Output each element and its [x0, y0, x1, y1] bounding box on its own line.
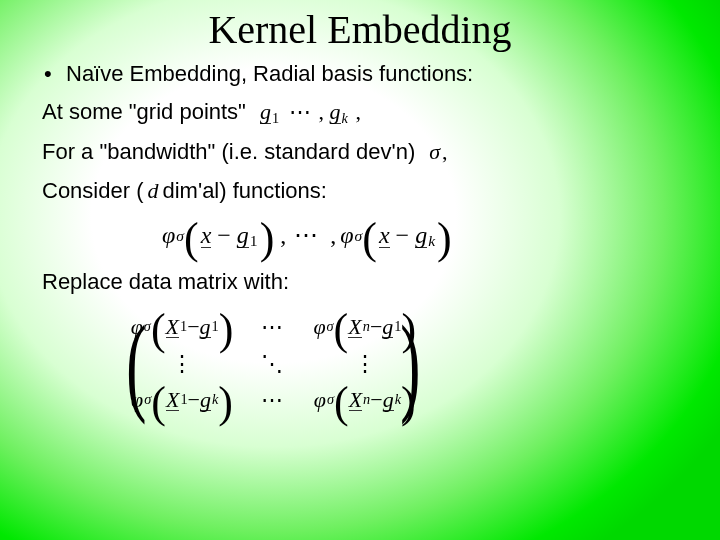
- var-d: d: [147, 179, 158, 203]
- matrix-grid: φσ ( X1 − g1 ) ⋯ φσ ( Xn − g1 ) ⋮: [131, 308, 416, 418]
- slide-title: Kernel Embedding: [0, 6, 720, 53]
- math-sigma: σ,: [429, 140, 447, 164]
- comma: ,: [278, 222, 286, 248]
- comma: ,: [317, 99, 325, 124]
- slide: Kernel Embedding Naïve Embedding, Radial…: [0, 0, 720, 540]
- matrix-rparen-icon: ): [400, 309, 420, 419]
- comma: ,: [440, 139, 448, 164]
- lparen-icon: (: [362, 220, 377, 257]
- sub-1: 1: [271, 110, 279, 126]
- lparen-icon: (: [184, 220, 199, 257]
- text: dim'al) functions:: [162, 179, 326, 203]
- matrix-ddots-icon: ⋱: [261, 356, 285, 371]
- rparen-icon: ): [260, 220, 275, 257]
- slide-body: Naïve Embedding, Radial basis functions:…: [42, 62, 690, 419]
- comma: ,: [353, 99, 361, 124]
- var-x: x: [201, 222, 212, 248]
- matrix: ( φσ ( X1 − g1 ) ⋯ φσ ( Xn − g1: [118, 308, 690, 418]
- var-g: g: [237, 222, 249, 248]
- text: Naïve Embedding, Radial basis functions:: [66, 62, 473, 86]
- text: For a "bandwidth" (i.e. standard dev'n): [42, 140, 415, 164]
- math-g1-gk: g1 ⋯, gk ,: [260, 100, 361, 126]
- sub-sigma: σ: [354, 227, 363, 244]
- line-consider: Consider (d dim'al) functions:: [42, 179, 690, 203]
- phi-term-k: φσ ( x − gk ): [340, 217, 451, 254]
- text: Replace data matrix with:: [42, 270, 289, 294]
- var-x: x: [379, 222, 390, 248]
- matrix-vdots-icon: ⋮: [354, 356, 376, 371]
- matrix-hdots-icon: ⋯: [257, 388, 289, 412]
- sub-k: k: [341, 110, 348, 126]
- var-sigma: σ: [429, 139, 440, 164]
- var-phi: φ: [162, 222, 175, 248]
- comma: ,: [328, 222, 336, 248]
- dots-icon: ⋯: [290, 222, 324, 248]
- line-grid-points: At some "grid points" g1 ⋯, gk ,: [42, 100, 690, 126]
- phi-function-list: φσ ( x − g1 ) , ⋯ , φσ ( x − gk: [162, 217, 690, 254]
- sub-1: 1: [249, 232, 258, 249]
- line-replace: Replace data matrix with:: [42, 270, 690, 294]
- var-g: g: [330, 99, 341, 124]
- var-g: g: [415, 222, 427, 248]
- phi-term-1: φσ ( x − g1 ): [162, 217, 274, 254]
- text: Consider (: [42, 179, 143, 203]
- line-bandwidth: For a "bandwidth" (i.e. standard dev'n) …: [42, 140, 690, 164]
- var-g: g: [260, 99, 271, 124]
- var-phi: φ: [340, 222, 353, 248]
- rparen-icon: ): [437, 220, 452, 257]
- sub-k: k: [427, 232, 435, 249]
- dots-icon: ⋯: [285, 99, 317, 124]
- matrix-hdots-icon: ⋯: [257, 315, 289, 339]
- sub-sigma: σ: [175, 227, 184, 244]
- minus-icon: −: [217, 222, 237, 248]
- matrix-lparen-icon: (: [126, 309, 146, 419]
- matrix-vdots-icon: ⋮: [171, 356, 193, 371]
- line-naive-embedding: Naïve Embedding, Radial basis functions:: [42, 62, 690, 86]
- text: At some "grid points": [42, 100, 246, 124]
- minus-icon: −: [396, 222, 416, 248]
